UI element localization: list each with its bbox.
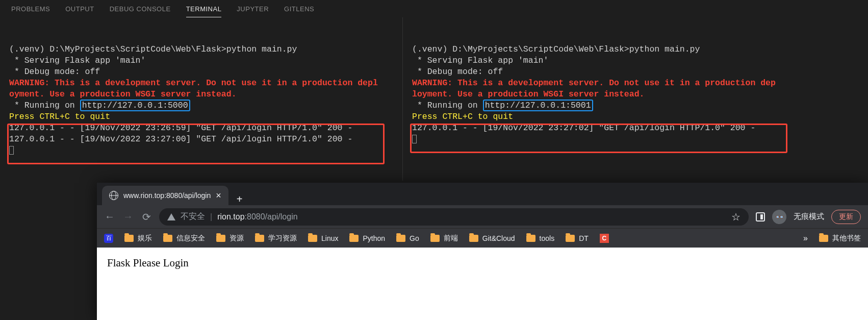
term-warning-line-1: WARNING: This is a development server. D… [412,78,776,88]
folder-icon [255,235,264,242]
running-prefix: * Running on [412,101,483,110]
term-log-line: 127.0.0.1 - - [19/Nov/2022 23:26:59] "GE… [9,123,352,133]
term-warning-line-2: oyment. Use a production WSGI server ins… [9,89,237,99]
folder-icon [124,235,134,242]
side-panel-icon[interactable] [756,212,765,221]
folder-icon [349,235,359,242]
c-icon: C [600,234,609,243]
bookmark-label: 信息安全 [176,234,205,243]
reload-button[interactable]: ⟳ [141,211,152,223]
incognito-icon[interactable]: 👓 [772,210,786,224]
back-button[interactable]: ← [104,211,115,223]
incognito-label: 无痕模式 [794,212,824,221]
cursor-icon [412,135,417,143]
baidu-icon: 百 [104,234,113,243]
bookmark-folder[interactable]: Git&Cloud [469,234,515,242]
tab-jupyter[interactable]: JUPYTER [237,5,269,17]
browser-toolbar: ← → ⟳ 不安全 | rion.top:8080/api/login ☆ 👓 … [97,205,868,228]
bookmark-label: Git&Cloud [482,234,515,242]
bookmark-label: Python [363,234,385,242]
term-serving-line: * Serving Flask app 'main' [9,56,145,65]
term-running-line: * Running on http://127.0.0.1:5001 [412,100,593,111]
url-path: :8080/api/login [245,212,298,221]
tab-terminal[interactable]: TERMINAL [186,5,222,17]
term-press-ctrlc: Press CTRL+C to quit [412,112,513,121]
browser-tab-title: www.rion.top:8080/api/login [123,191,211,200]
panel-tab-bar: PROBLEMS OUTPUT DEBUG CONSOLE TERMINAL J… [0,0,868,17]
url-host: rion.top [217,212,244,221]
folder-icon [819,235,828,242]
folder-icon [308,235,317,242]
bookmark-folder[interactable]: 前端 [430,234,458,243]
bookmark-folder[interactable]: Linux [308,234,338,242]
term-serving-line: * Serving Flask app 'main' [412,56,548,65]
bookmark-folder[interactable]: 信息安全 [163,234,205,243]
running-url: http://127.0.0.1:5001 [483,100,593,111]
page-body-text: Flask Please Login [107,257,189,269]
term-warning-line-1: WARNING: This is a development server. D… [9,78,378,88]
tab-gitlens[interactable]: GITLENS [284,5,314,17]
term-warning-line-2: loyment. Use a production WSGI server in… [412,89,644,99]
bookmark-label: 其他书签 [832,234,861,243]
bookmark-folder[interactable]: DT [566,234,589,242]
bookmark-label: 资源 [229,234,244,243]
tab-debug-console[interactable]: DEBUG CONSOLE [110,5,171,17]
bookmark-folder[interactable]: 资源 [216,234,244,243]
insecure-icon [167,213,175,220]
bookmark-c[interactable]: C [600,234,609,243]
bookmark-folder[interactable]: Go [396,234,419,242]
chevron-right-icon[interactable]: » [803,234,808,243]
term-log-line: 127.0.0.1 - - [19/Nov/2022 23:27:02] "GE… [412,123,755,133]
new-tab-button[interactable]: + [228,193,251,205]
browser-window: www.rion.top:8080/api/login × + ← → ⟳ 不安… [97,183,868,320]
cursor-icon [9,146,14,155]
browser-tab[interactable]: www.rion.top:8080/api/login × [102,186,228,205]
terminal-split: (.venv) D:\MyProjects\ScriptCode\Web\Fla… [0,17,868,181]
term-log-line: 127.0.0.1 - - [19/Nov/2022 23:27:00] "GE… [9,134,352,144]
bookmark-label: 娱乐 [138,234,152,243]
bookmark-label: Go [410,234,419,242]
terminal-pane-left[interactable]: (.venv) D:\MyProjects\ScriptCode\Web\Fla… [0,17,403,181]
close-icon[interactable]: × [216,190,221,201]
term-debug-line: * Debug mode: off [412,67,503,77]
bookmark-star-icon[interactable]: ☆ [731,211,741,223]
term-press-ctrlc: Press CTRL+C to quit [9,112,110,121]
bookmark-folder[interactable]: tools [526,234,555,242]
folder-icon [396,235,405,242]
running-prefix: * Running on [9,101,80,110]
browser-tab-strip: www.rion.top:8080/api/login × + [97,183,868,205]
tab-problems[interactable]: PROBLEMS [11,5,50,17]
forward-button[interactable]: → [122,211,134,223]
bookmarks-bar: 百 娱乐 信息安全 资源 学习资源 Linux Python Go 前端 Git… [97,228,868,248]
bookmark-label: Linux [321,234,338,242]
bookmark-label: 前端 [444,234,458,243]
folder-icon [430,235,440,242]
folder-icon [469,235,478,242]
terminal-pane-right[interactable]: (.venv) D:\MyProjects\ScriptCode\Web\Fla… [403,17,868,181]
page-content: Flask Please Login [97,248,868,320]
folder-icon [526,235,535,242]
bookmark-other[interactable]: 其他书签 [819,234,861,243]
bookmark-folder[interactable]: 娱乐 [124,234,152,243]
bookmark-folder[interactable]: Python [349,234,385,242]
update-button[interactable]: 更新 [831,210,861,224]
bookmark-label: DT [579,234,589,242]
term-running-line: * Running on http://127.0.0.1:5000 [9,100,190,111]
bookmark-label: 学习资源 [268,234,297,243]
folder-icon [216,235,225,242]
bookmark-baidu[interactable]: 百 [104,234,113,243]
term-prompt-line: (.venv) D:\MyProjects\ScriptCode\Web\Fla… [9,44,297,54]
running-url: http://127.0.0.1:5000 [80,100,190,111]
term-prompt-line: (.venv) D:\MyProjects\ScriptCode\Web\Fla… [412,44,700,54]
folder-icon [566,235,575,242]
bookmark-folder[interactable]: 学习资源 [255,234,297,243]
address-bar[interactable]: 不安全 | rion.top:8080/api/login ☆ [159,208,749,226]
globe-icon [109,191,118,200]
bookmark-label: tools [540,234,555,242]
folder-icon [163,235,172,242]
insecure-label: 不安全 [181,211,205,222]
term-debug-line: * Debug mode: off [9,67,100,77]
tab-output[interactable]: OUTPUT [65,5,94,17]
